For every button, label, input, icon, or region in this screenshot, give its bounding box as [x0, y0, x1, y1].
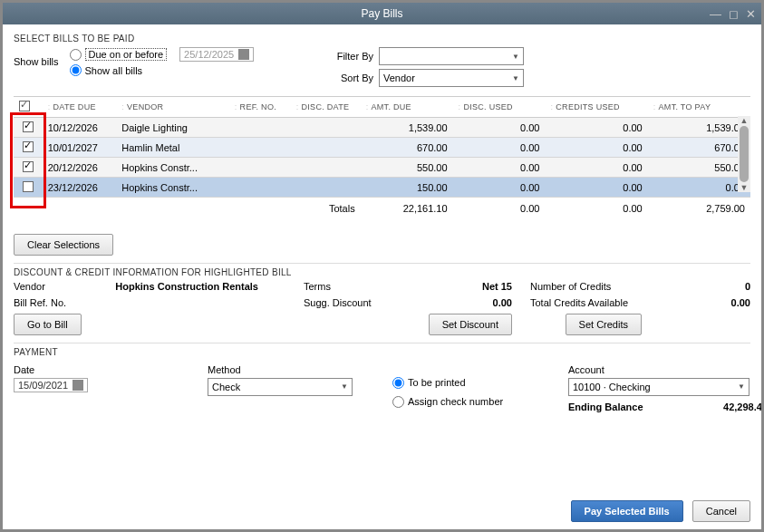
filter-by-select[interactable]: ▼ [379, 47, 524, 65]
cell-date-due: 23/12/2026 [43, 178, 117, 198]
radio-due-label: Due on or before [85, 48, 168, 61]
radio-assign-check-number[interactable] [392, 396, 404, 408]
sugg-discount-value: 0.00 [493, 297, 512, 308]
assign-check-label: Assign check number [408, 396, 503, 407]
row-checkbox[interactable] [23, 141, 34, 152]
payment-date-label: Date [14, 364, 195, 375]
scroll-down-icon[interactable]: ▼ [738, 183, 750, 192]
titlebar: Pay Bills — ◻ ✕ [3, 3, 761, 24]
pay-selected-bills-button[interactable]: Pay Selected Bills [571, 500, 683, 522]
chevron-down-icon: ▼ [512, 74, 519, 82]
select-all-checkbox[interactable] [19, 101, 30, 111]
table-row[interactable]: 20/12/2026 Hopkins Constr... 550.00 0.00… [14, 158, 750, 178]
ending-balance-value: 42,298.48 [723, 401, 761, 412]
cell-amt-due: 1,539.00 [361, 118, 453, 138]
row-checkbox[interactable] [23, 181, 34, 192]
totals-amt-to-pay: 2,759.00 [648, 198, 750, 218]
cell-amt-to-pay: 550.00 [648, 158, 750, 178]
radio-due-on-or-before[interactable] [70, 49, 82, 61]
cell-amt-to-pay: 1,539.00 [648, 118, 750, 138]
cell-amt-due: 670.00 [361, 138, 453, 158]
scroll-thumb[interactable] [740, 126, 749, 182]
vendor-label: Vendor [14, 281, 45, 292]
cell-credits-used: 0.00 [546, 118, 648, 138]
totals-disc-used: 0.00 [453, 198, 546, 218]
cell-amt-to-pay: 0.00 [648, 178, 750, 198]
set-credits-button[interactable]: Set Credits [566, 314, 642, 335]
table-row[interactable]: 10/01/2027 Hamlin Metal 670.00 0.00 0.00… [14, 138, 750, 158]
maximize-icon[interactable]: ◻ [729, 7, 739, 21]
calendar-icon[interactable] [73, 380, 83, 391]
cell-ref [229, 158, 291, 178]
totals-amt-due: 22,161.10 [361, 198, 453, 218]
cell-vendor: Daigle Lighting [116, 118, 229, 138]
calendar-icon[interactable] [238, 49, 249, 60]
sort-by-label: Sort By [324, 73, 373, 83]
cell-date-due: 10/12/2026 [43, 118, 117, 138]
cell-disc-used: 0.00 [453, 138, 546, 158]
ending-balance-label: Ending Balance [568, 401, 643, 412]
minimize-icon[interactable]: — [710, 7, 721, 21]
cell-credits-used: 0.00 [546, 158, 648, 178]
cell-vendor: Hopkins Constr... [116, 158, 229, 178]
sugg-discount-label: Sugg. Discount [304, 297, 372, 308]
show-bills-label: Show bills [14, 56, 59, 67]
set-discount-button[interactable]: Set Discount [429, 314, 512, 335]
cell-ref [229, 118, 291, 138]
window-title: Pay Bills [361, 7, 402, 20]
total-credits-label: Total Credits Available [530, 297, 628, 308]
cell-amt-due: 550.00 [361, 158, 453, 178]
terms-label: Terms [304, 281, 331, 292]
cell-date-due: 20/12/2026 [43, 158, 117, 178]
cell-ref [229, 138, 291, 158]
section-payment: PAYMENT [14, 347, 750, 357]
payment-method-select[interactable]: Check▼ [208, 378, 353, 396]
payment-method-label: Method [208, 364, 380, 375]
row-checkbox[interactable] [23, 121, 34, 132]
table-scrollbar[interactable]: ▲ ▼ [738, 116, 750, 192]
section-select-bills: SELECT BILLS TO BE PAID [14, 34, 750, 44]
cell-amt-to-pay: 670.00 [648, 138, 750, 158]
bill-ref-label: Bill Ref. No. [14, 297, 66, 308]
scroll-up-icon[interactable]: ▲ [738, 116, 750, 125]
vendor-value: Hopkins Construction Rentals [115, 281, 258, 292]
table-row[interactable]: 23/12/2026 Hopkins Constr... 150.00 0.00… [14, 178, 750, 198]
cell-disc-date [291, 158, 361, 178]
row-checkbox[interactable] [23, 161, 34, 172]
go-to-bill-button[interactable]: Go to Bill [14, 314, 82, 335]
table-row[interactable]: 10/12/2026 Daigle Lighting 1,539.00 0.00… [14, 118, 750, 138]
due-date-input[interactable]: 25/12/2025 [179, 47, 254, 62]
sort-by-select[interactable]: Vendor▼ [379, 69, 524, 87]
cell-vendor: Hopkins Constr... [116, 178, 229, 198]
cell-disc-date [291, 118, 361, 138]
total-credits-value: 0.00 [731, 297, 750, 308]
chevron-down-icon: ▼ [341, 382, 348, 391]
cancel-button[interactable]: Cancel [692, 500, 750, 522]
terms-value: Net 15 [482, 281, 512, 292]
chevron-down-icon: ▼ [738, 382, 745, 391]
cell-disc-date [291, 178, 361, 198]
radio-show-all[interactable] [70, 64, 82, 76]
payment-date-input[interactable]: 15/09/2021 [14, 378, 88, 392]
payment-account-select[interactable]: 10100 · Checking▼ [568, 378, 749, 396]
cell-credits-used: 0.00 [546, 178, 648, 198]
filter-by-label: Filter By [324, 51, 373, 62]
radio-to-be-printed[interactable] [392, 377, 404, 389]
cell-date-due: 10/01/2027 [43, 138, 117, 158]
cell-disc-used: 0.00 [453, 118, 546, 138]
cell-credits-used: 0.00 [546, 138, 648, 158]
payment-account-label: Account [568, 364, 761, 375]
close-icon[interactable]: ✕ [746, 7, 756, 21]
radio-all-label: Show all bills [85, 65, 143, 76]
cell-ref [229, 178, 291, 198]
cell-vendor: Hamlin Metal [116, 138, 229, 158]
num-credits-value: 0 [745, 281, 750, 292]
clear-selections-button[interactable]: Clear Selections [14, 234, 113, 256]
totals-credits-used: 0.00 [546, 198, 648, 218]
to-be-printed-label: To be printed [408, 377, 466, 388]
chevron-down-icon: ▼ [512, 53, 519, 61]
totals-label: Totals [291, 198, 361, 218]
pay-bills-window: Pay Bills — ◻ ✕ SELECT BILLS TO BE PAID … [2, 2, 762, 530]
cell-amt-due: 150.00 [361, 178, 453, 198]
num-credits-label: Number of Credits [530, 281, 611, 292]
